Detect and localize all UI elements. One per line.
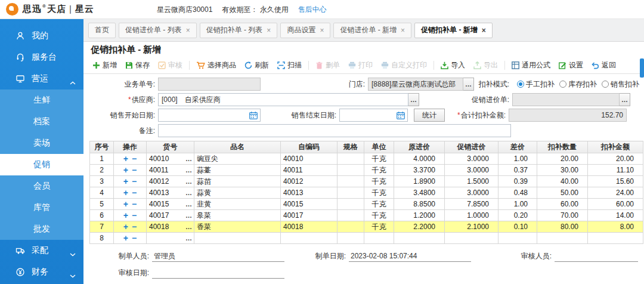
radio-库存扣补[interactable]: 库存扣补 <box>559 79 597 89</box>
row-index: 1 <box>90 153 114 165</box>
sidebar-subitem-促销[interactable]: 促销 <box>0 154 83 175</box>
row-actions-cell: +− <box>114 233 147 244</box>
scrollbar-thumb[interactable] <box>640 58 644 78</box>
grid-col-序号[interactable]: 序号 <box>90 141 114 153</box>
supplier-lookup-button[interactable]: … <box>408 93 419 106</box>
toolbar-button-扫描[interactable]: 扫描 <box>273 58 306 72</box>
grid-col-单位[interactable]: 单位 <box>364 141 394 153</box>
item-lookup-icon[interactable]: … <box>185 166 192 174</box>
grid-col-品名[interactable]: 品名 <box>194 141 281 153</box>
item-lookup-icon[interactable]: … <box>185 189 192 196</box>
add-row-icon[interactable]: + <box>123 222 128 231</box>
remove-row-icon[interactable]: − <box>132 188 137 197</box>
tab-促销扣补单 - 列表[interactable]: 促销扣补单 - 列表× <box>200 23 278 38</box>
grid-col-自编码[interactable]: 自编码 <box>281 141 338 153</box>
add-row-icon[interactable]: + <box>123 177 128 186</box>
toolbar-button-返回[interactable]: 返回 <box>587 58 620 72</box>
toolbar-button-设置[interactable]: 设置 <box>555 58 587 72</box>
tab-首页[interactable]: 首页 <box>88 23 116 38</box>
toolbar-button-导入[interactable]: 导入 <box>436 58 469 72</box>
grid-col-货号[interactable]: 货号 <box>147 141 194 153</box>
item-lookup-icon[interactable]: … <box>185 212 192 219</box>
grid-col-差价[interactable]: 差价 <box>499 141 537 153</box>
table-row[interactable]: 1+−40010…豌豆尖40010千克4.00003.00001.0020.00… <box>90 153 643 165</box>
promo-doc-lookup-button[interactable]: … <box>620 93 630 106</box>
item-lookup-icon[interactable]: … <box>185 200 192 208</box>
remark-input[interactable] <box>158 124 511 137</box>
item-lookup-icon[interactable]: … <box>185 178 192 185</box>
toolbar-button-保存[interactable]: 保存 <box>121 58 154 72</box>
close-icon[interactable]: × <box>320 26 324 35</box>
sidebar-item-采配[interactable]: 采配 <box>0 240 83 261</box>
radio-手工扣补[interactable]: 手工扣补 <box>517 79 555 89</box>
calendar-icon[interactable] <box>397 112 405 121</box>
item-lookup-icon[interactable]: … <box>185 234 192 242</box>
sidebar-subitem-卖场[interactable]: 卖场 <box>0 132 83 154</box>
supplier-input[interactable]: [000] 自采供应商 <box>158 93 408 106</box>
add-row-icon[interactable]: + <box>123 199 128 209</box>
sidebar-subitem-生鲜[interactable]: 生鲜 <box>0 89 83 111</box>
sidebar-submenu: 生鲜档案卖场促销会员库管批发 <box>0 89 83 240</box>
sidebar-item-营运[interactable]: 营运 <box>0 68 83 89</box>
close-icon[interactable]: × <box>482 26 486 35</box>
toolbar-button-新增[interactable]: 新增 <box>88 58 121 72</box>
sidebar-subitem-批发[interactable]: 批发 <box>0 218 83 240</box>
start-date-input[interactable] <box>158 109 261 122</box>
close-icon[interactable]: × <box>267 26 271 35</box>
table-row[interactable]: 5+−40015…韭黄40015千克8.85007.85001.0060.006… <box>90 199 643 210</box>
toolbar-button-审核: 审核 <box>154 58 187 72</box>
support-link[interactable]: 售后中心 <box>298 5 327 15</box>
add-row-icon[interactable]: + <box>123 211 128 220</box>
sidebar-subitem-会员[interactable]: 会员 <box>0 175 83 197</box>
sidebar-item-我的[interactable]: 我的 <box>0 25 83 47</box>
truck-icon <box>14 246 26 255</box>
remove-row-icon[interactable]: − <box>132 222 137 231</box>
grid-col-原进价[interactable]: 原进价 <box>394 141 445 153</box>
add-row-icon[interactable]: + <box>123 188 128 197</box>
item-self-code: 40015 <box>281 199 338 210</box>
remove-row-icon[interactable]: − <box>132 211 137 220</box>
grid-col-操作[interactable]: 操作 <box>114 141 147 153</box>
grid-col-规格[interactable]: 规格 <box>338 141 364 153</box>
add-row-icon[interactable]: + <box>123 233 128 243</box>
store-lookup-button[interactable]: … <box>463 78 474 91</box>
grid-col-扣补数量[interactable]: 扣补数量 <box>537 141 588 153</box>
add-row-icon[interactable]: + <box>123 154 128 163</box>
tab-促销进价单 - 列表[interactable]: 促销进价单 - 列表× <box>119 23 197 38</box>
item-lookup-icon[interactable]: … <box>185 223 192 230</box>
stats-button[interactable]: 统计 <box>414 109 445 122</box>
remove-row-icon[interactable]: − <box>132 233 137 243</box>
close-icon[interactable]: × <box>401 26 405 35</box>
table-row[interactable]: 3+−40012…蒜苗40012千克1.89001.50000.3940.001… <box>90 176 643 187</box>
tab-促销进价单 - 新增[interactable]: 促销进价单 - 新增× <box>333 23 411 38</box>
toolbar-button-刷新[interactable]: 刷新 <box>240 58 273 72</box>
sidebar-item-服务台[interactable]: 服务台 <box>0 47 83 68</box>
remove-row-icon[interactable]: − <box>132 154 137 163</box>
remove-row-icon[interactable]: − <box>132 165 137 175</box>
row-index: 4 <box>90 187 114 199</box>
remove-row-icon[interactable]: − <box>132 199 137 209</box>
table-row[interactable]: 6+−40017…皋菜40017千克1.20001.00000.2070.001… <box>90 210 643 221</box>
table-row[interactable]: 2+−40011…蒜薹40011千克3.37003.00000.3730.001… <box>90 165 643 176</box>
table-row[interactable]: 8+−… <box>90 233 643 244</box>
close-icon[interactable]: × <box>186 26 190 35</box>
table-row[interactable]: 7+−40018…香菜40018千克2.20002.10000.1080.008… <box>90 221 643 233</box>
sidebar-subitem-档案[interactable]: 档案 <box>0 111 83 132</box>
item-lookup-icon[interactable]: … <box>185 155 192 162</box>
radio-销售扣补[interactable]: 销售扣补 <box>602 79 639 89</box>
grid-col-促销进价[interactable]: 促销进价 <box>445 141 499 153</box>
tab-促销扣补单 - 新增[interactable]: 促销扣补单 - 新增× <box>414 23 493 38</box>
grid-col-扣补金额[interactable]: 扣补金额 <box>588 141 643 153</box>
table-row[interactable]: 4+−40013…蒜黄40013千克3.48003.00000.4850.002… <box>90 187 643 199</box>
add-row-icon[interactable]: + <box>123 165 128 175</box>
item-spec <box>338 165 364 176</box>
sidebar-subitem-库管[interactable]: 库管 <box>0 197 83 218</box>
toolbar-button-通用公式[interactable]: 通用公式 <box>507 58 555 72</box>
finance-icon <box>14 267 26 277</box>
remove-row-icon[interactable]: − <box>132 177 137 186</box>
end-date-input[interactable] <box>339 109 408 122</box>
toolbar-button-选择商品[interactable]: 选择商品 <box>192 58 240 72</box>
sidebar-item-财务[interactable]: 财务 <box>0 261 83 283</box>
calendar-icon[interactable] <box>249 112 258 121</box>
tab-商品设置[interactable]: 商品设置× <box>280 23 330 38</box>
